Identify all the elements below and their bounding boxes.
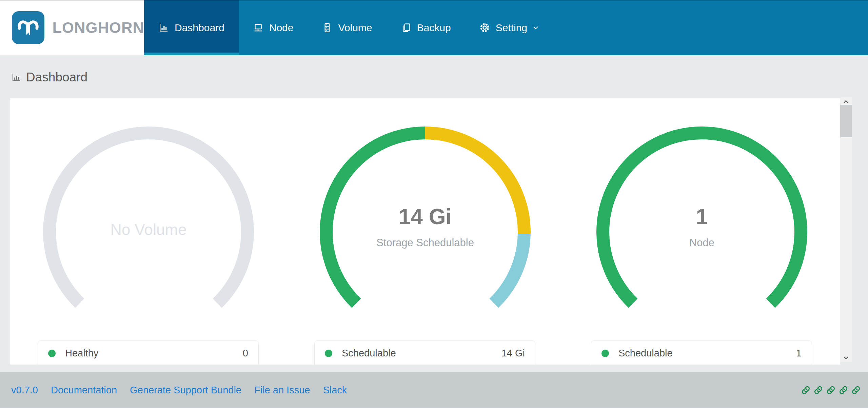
engine-link-icon[interactable] [813,385,824,395]
vertical-scrollbar[interactable] [840,97,852,362]
volume-gauge-section: No Volume Healthy 0 [10,98,287,365]
node-gauge-label: Node [564,237,840,249]
engine-link-icon[interactable] [826,385,836,395]
legend-row-schedulable-node[interactable]: Schedulable 1 [591,340,812,359]
page-title: Dashboard [11,70,87,84]
scroll-down-button[interactable] [840,354,852,362]
chevron-up-icon [843,99,849,104]
window-top-edge [0,0,868,1]
schedulable-status-dot [601,350,609,357]
nav-label-setting: Setting [496,22,527,34]
footer-link-support-bundle[interactable]: Generate Support Bundle [130,385,241,396]
scroll-up-button[interactable] [840,98,852,105]
nav-label-setting: Backup [417,22,451,34]
legend-label: Schedulable [618,348,673,359]
footer-link-slack[interactable]: Slack [323,385,347,396]
legend-value: 1 [796,348,802,359]
schedulable-status-dot [325,350,332,357]
nav-item-backup[interactable]: Backup [387,0,465,55]
legend-value: 14 Gi [501,348,525,359]
legend-label: Healthy [65,348,98,359]
footer-links: v0.7.0 Documentation Generate Support Bu… [0,385,347,396]
node-legend-card: Schedulable 1 [591,340,812,365]
storage-gauge-value: 14 Gi [287,204,564,229]
legend-row-healthy[interactable]: Healthy 0 [38,340,258,359]
legend-value: 0 [243,348,248,359]
node-gauge-value: 1 [564,204,840,229]
engine-link-icon[interactable] [801,385,811,395]
backup-copy-icon [401,22,411,33]
footer-link-documentation[interactable]: Documentation [51,385,117,396]
node-gauge-chart [590,120,814,344]
chevron-down-icon [843,355,849,360]
bar-chart-icon [158,22,169,33]
healthy-status-dot [48,350,56,357]
storage-gauge-label: Storage Schedulable [287,237,564,249]
volume-gauge-empty-label: No Volume [10,220,287,239]
laptop-icon [253,22,263,33]
chevron-down-icon [532,24,540,32]
legend-row-schedulable-storage[interactable]: Schedulable 14 Gi [315,340,535,359]
engine-link-icon[interactable] [838,385,849,395]
storage-gauge-chart [313,120,537,344]
nav-label-node: Node [269,22,294,34]
nav-item-dashboard[interactable]: Dashboard [144,0,239,55]
scrollbar-thumb[interactable] [840,105,852,137]
node-gauge-section: 1 Node Schedulable 1 [564,98,840,365]
footer-link-version[interactable]: v0.7.0 [11,385,38,396]
footer-bar: v0.7.0 Documentation Generate Support Bu… [0,372,868,408]
nav-item-volume[interactable]: Volume [308,0,386,55]
server-stack-icon [322,22,332,33]
gear-icon [479,22,490,33]
nav-label-volume: Volume [338,22,372,34]
volume-legend-card: Healthy 0 [38,340,259,365]
nav-item-setting[interactable]: Setting [465,0,554,55]
storage-gauge-section: 14 Gi Storage Schedulable Schedulable 14… [287,98,564,365]
brand-area: LONGHORN [0,0,144,55]
page-title-text: Dashboard [26,70,87,84]
bull-head-icon [16,16,41,40]
engine-link-icon[interactable] [851,385,861,395]
brand-wordmark: LONGHORN [53,19,144,37]
longhorn-logo-icon [12,11,44,44]
nav-label-dashboard: Dashboard [175,22,224,34]
main-nav: Dashboard Node Volume [144,0,868,55]
dashboard-title-icon [11,72,21,82]
top-navigation-bar: LONGHORN Dashboard Node [0,0,868,55]
nav-item-node[interactable]: Node [239,0,308,55]
legend-label: Schedulable [342,348,396,359]
dashboard-panel: No Volume Healthy 0 14 Gi Storage Schedu… [10,98,840,365]
footer-link-file-issue[interactable]: File an Issue [254,385,310,396]
storage-legend-card: Schedulable 14 Gi [314,340,535,365]
engine-image-links [801,385,868,395]
